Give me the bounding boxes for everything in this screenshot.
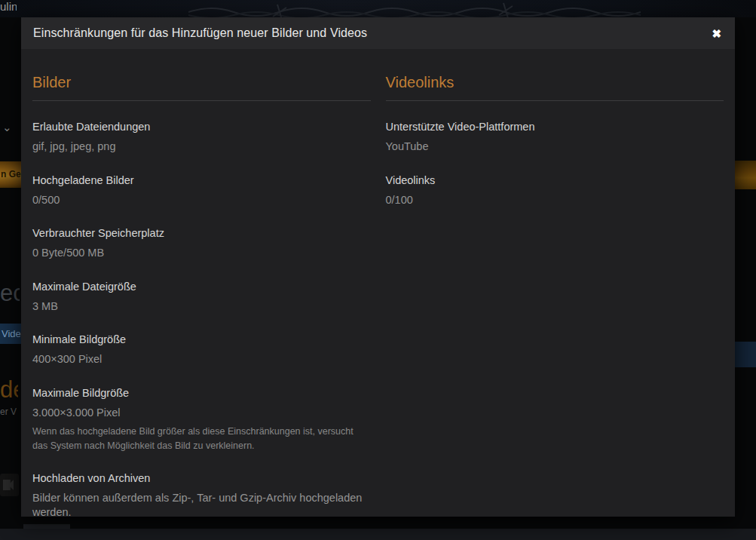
background-partial-text: ulin xyxy=(0,0,17,13)
restrictions-dialog: Einschränkungen für das Hinzufügen neuer… xyxy=(21,17,735,517)
dialog-column: Bilder Erlaubte Dateiendungen gif, jpg, … xyxy=(32,74,371,520)
background-gold-button: n Ge xyxy=(0,161,21,188)
stat-label: Hochladen von Archiven xyxy=(32,472,371,484)
column-heading: Videolinks xyxy=(386,74,724,101)
stat-item: Minimale Bildgröße 400×300 Pixel xyxy=(32,333,371,367)
stat-value: 0/100 xyxy=(386,193,724,208)
stat-label: Hochgeladene Bilder xyxy=(32,174,371,186)
stat-value: 400×300 Pixel xyxy=(32,352,371,367)
stat-value: 0 Byte/500 MB xyxy=(32,246,371,261)
stat-label: Verbrauchter Speicherplatz xyxy=(32,227,371,239)
background-partial-heading-orange: de xyxy=(0,376,18,403)
stat-label: Erlaubte Dateiendungen xyxy=(32,121,371,133)
stat-label: Maximale Bildgröße xyxy=(32,387,371,399)
column-stats: Unterstützte Video-Plattformen YouTube V… xyxy=(386,121,724,207)
dialog-title: Einschränkungen für das Hinzufügen neuer… xyxy=(33,26,710,40)
stat-label: Maximale Dateigröße xyxy=(32,281,371,293)
stat-label: Videolinks xyxy=(386,174,724,186)
barbed-wire-decoration xyxy=(188,0,641,17)
dialog-column: Videolinks Unterstützte Video-Plattforme… xyxy=(386,74,724,520)
close-icon[interactable]: ✖ xyxy=(710,25,723,42)
stat-note: Wenn das hochgeladene Bild größer als di… xyxy=(32,425,371,452)
stat-value: Bilder können außerdem als Zip-, Tar- un… xyxy=(32,491,371,520)
background-partial-subtext: er V xyxy=(0,407,17,417)
stat-value: gif, jpg, jpeg, png xyxy=(32,140,371,155)
stat-item: Videolinks 0/100 xyxy=(386,174,724,208)
background-video-tab: Vide xyxy=(0,324,21,344)
dialog-columns: Bilder Erlaubte Dateiendungen gif, jpg, … xyxy=(32,74,724,520)
stat-item: Maximale Bildgröße 3.000×3.000 Pixel Wen… xyxy=(32,387,371,453)
stat-value: 3.000×3.000 Pixel xyxy=(32,406,371,421)
stat-value: 0/500 xyxy=(32,193,371,208)
stat-item: Hochladen von Archiven Bilder können auß… xyxy=(32,472,371,520)
stat-value: 3 MB xyxy=(32,299,371,314)
stat-item: Maximale Dateigröße 3 MB xyxy=(32,281,371,314)
stat-item: Erlaubte Dateiendungen gif, jpg, jpeg, p… xyxy=(32,121,371,155)
background-partial-heading: ec xyxy=(0,280,20,307)
stat-label: Unterstützte Video-Plattformen xyxy=(386,121,724,133)
background-blue-element-right xyxy=(735,342,756,367)
background-header-image xyxy=(0,0,756,17)
dialog-body: Bilder Erlaubte Dateiendungen gif, jpg, … xyxy=(21,49,735,517)
column-heading: Bilder xyxy=(32,74,371,101)
video-camera-icon xyxy=(0,474,19,496)
stat-value: YouTube xyxy=(386,140,724,155)
stat-item: Hochgeladene Bilder 0/500 xyxy=(32,174,371,208)
stat-item: Verbrauchter Speicherplatz 0 Byte/500 MB xyxy=(32,227,371,261)
dialog-header: Einschränkungen für das Hinzufügen neuer… xyxy=(21,17,735,49)
column-stats: Erlaubte Dateiendungen gif, jpg, jpeg, p… xyxy=(32,121,371,520)
background-gold-button-right xyxy=(735,161,756,189)
chevron-down-icon: ⌄ xyxy=(2,121,19,134)
stat-item: Unterstützte Video-Plattformen YouTube xyxy=(386,121,724,155)
background-footer-bar xyxy=(0,529,756,540)
stat-label: Minimale Bildgröße xyxy=(32,333,371,345)
